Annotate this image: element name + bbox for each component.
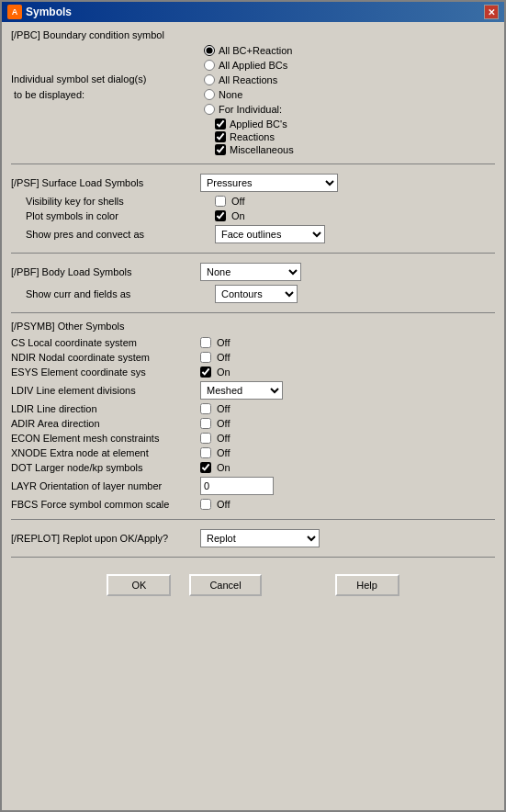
psf-section-title: [/PSF] Surface Load Symbols <box>11 177 195 188</box>
radio-for-individual: For Individual: <box>204 103 495 116</box>
psymb-xnode-value: Off <box>217 447 230 458</box>
psymb-fbcs-row: FBCS Force symbol common scale Off <box>11 497 495 512</box>
radio-for-individual-input[interactable] <box>204 104 215 115</box>
cb-miscellaneous[interactable] <box>215 144 226 155</box>
radio-all-reactions-input[interactable] <box>204 74 215 85</box>
psymb-section-title: [/PSYMB] Other Symbols <box>11 321 495 332</box>
cb-applied-bcs-label: Applied BC's <box>230 118 287 130</box>
radio-all-bc-reaction-input[interactable] <box>204 45 215 56</box>
psymb-ldiv-label: LDIV Line element divisions <box>11 385 195 396</box>
psymb-ldir-row: LDIR Line direction Off <box>11 401 495 416</box>
psymb-xnode-label: XNODE Extra node at element <box>11 447 195 458</box>
pbc-section: [/PBC] Boundary condition symbol Individ… <box>11 29 495 156</box>
psymb-esys-value: On <box>217 367 231 378</box>
psymb-esys-row: ESYS Element coordinate sys On <box>11 365 495 379</box>
psf-show-pres-dropdown[interactable]: Face outlines Arrows None <box>215 225 325 243</box>
psymb-cs-checkbox[interactable] <box>200 337 211 348</box>
radio-none: None <box>204 88 495 101</box>
psymb-dot-checkbox[interactable] <box>200 462 211 473</box>
replot-title-row: [/REPLOT] Replot upon OK/Apply? Replot D… <box>11 527 495 549</box>
psymb-cs-row: CS Local coordinate system Off <box>11 335 495 350</box>
pbf-section: [/PBF] Body Load Symbols None Arrows Sho… <box>11 261 495 305</box>
close-button[interactable]: ✕ <box>484 5 499 19</box>
replot-section: [/REPLOT] Replot upon OK/Apply? Replot D… <box>11 527 495 549</box>
radio-all-reactions: All Reactions <box>204 73 495 86</box>
psymb-section: [/PSYMB] Other Symbols CS Local coordina… <box>11 321 495 512</box>
replot-dropdown[interactable]: Replot Do not replot <box>200 529 320 547</box>
psymb-cs-value: Off <box>217 337 230 348</box>
psymb-econ-row: ECON Element mesh constraints Off <box>11 431 495 445</box>
replot-section-title: [/REPLOT] Replot upon OK/Apply? <box>11 533 195 544</box>
psymb-xnode-checkbox[interactable] <box>200 447 211 458</box>
psymb-adir-label: ADIR Area direction <box>11 418 195 429</box>
ok-button[interactable]: OK <box>107 574 171 596</box>
pbf-show-curr-label: Show curr and fields as <box>26 288 209 299</box>
window-title: Symbols <box>26 6 72 18</box>
psymb-layr-input[interactable] <box>200 477 274 495</box>
pbf-dropdown[interactable]: None Arrows <box>200 263 301 281</box>
pbf-show-curr-dropdown[interactable]: Contours Arrows <box>215 285 298 303</box>
psymb-layr-label: LAYR Orientation of layer number <box>11 480 195 491</box>
cb-applied-bcs-row: Applied BC's <box>215 118 495 130</box>
psymb-dot-label: DOT Larger node/kp symbols <box>11 462 195 473</box>
help-button[interactable]: Help <box>335 574 399 596</box>
psymb-fbcs-label: FBCS Force symbol common scale <box>11 499 195 510</box>
psymb-adir-row: ADIR Area direction Off <box>11 416 495 431</box>
pbf-show-curr-row: Show curr and fields as Contours Arrows <box>11 283 495 305</box>
psymb-ndir-checkbox[interactable] <box>200 352 211 363</box>
psymb-adir-checkbox[interactable] <box>200 418 211 429</box>
radio-all-applied-bcs-input[interactable] <box>204 60 215 71</box>
individual-label: Individual symbol set dialog(s) to be di… <box>11 72 195 102</box>
psymb-econ-checkbox[interactable] <box>200 433 211 444</box>
cb-miscellaneous-row: Miscellaneous <box>215 143 495 156</box>
pbf-title-row: [/PBF] Body Load Symbols None Arrows <box>11 261 495 283</box>
pbc-right-options: All BC+Reaction All Applied BCs All Reac… <box>204 44 495 156</box>
psf-visibility-value: Off <box>231 196 244 207</box>
psf-title-row: [/PSF] Surface Load Symbols Pressures No… <box>11 172 495 194</box>
pbf-section-title: [/PBF] Body Load Symbols <box>11 266 195 277</box>
psf-visibility-checkbox[interactable] <box>215 196 226 207</box>
psymb-ndir-value: Off <box>217 352 230 363</box>
cb-reactions-row: Reactions <box>215 130 495 143</box>
cb-reactions[interactable] <box>215 131 226 142</box>
psf-plot-row: Plot symbols in color On <box>11 209 495 223</box>
psymb-fbcs-value: Off <box>217 499 230 510</box>
individual-checkboxes: Applied BC's Reactions Miscellaneous <box>204 118 495 156</box>
cb-reactions-label: Reactions <box>230 131 275 142</box>
psymb-econ-value: Off <box>217 433 230 444</box>
psymb-dot-value: On <box>217 462 231 473</box>
psymb-ldir-label: LDIR Line direction <box>11 403 195 414</box>
psymb-ndir-label: NDIR Nodal coordinate system <box>11 352 195 363</box>
psf-visibility-row: Visibility key for shells Off <box>11 194 495 209</box>
psymb-layr-row: LAYR Orientation of layer number <box>11 475 495 497</box>
app-icon: A <box>7 5 22 19</box>
psf-show-pres-row: Show pres and convect as Face outlines A… <box>11 223 495 245</box>
psf-plot-label: Plot symbols in color <box>26 210 209 221</box>
cb-miscellaneous-label: Miscellaneous <box>230 144 294 155</box>
psymb-esys-checkbox[interactable] <box>200 367 211 378</box>
radio-none-label: None <box>219 89 242 100</box>
symbols-window: A Symbols ✕ [/PBC] Boundary condition sy… <box>0 0 506 812</box>
psymb-fbcs-checkbox[interactable] <box>200 499 211 510</box>
radio-none-input[interactable] <box>204 89 215 100</box>
psymb-econ-label: ECON Element mesh constraints <box>11 433 195 444</box>
psymb-ldir-checkbox[interactable] <box>200 403 211 414</box>
psymb-ldiv-dropdown[interactable]: Meshed None Undeformed <box>200 381 283 400</box>
radio-all-applied-bcs-label: All Applied BCs <box>219 60 287 71</box>
cb-applied-bcs[interactable] <box>215 118 226 130</box>
radio-all-applied-bcs: All Applied BCs <box>204 59 495 72</box>
psf-dropdown[interactable]: Pressures None <box>200 174 338 192</box>
title-bar: A Symbols ✕ <box>2 2 504 22</box>
psf-section: [/PSF] Surface Load Symbols Pressures No… <box>11 172 495 245</box>
radio-all-bc-reaction: All BC+Reaction <box>204 44 495 57</box>
radio-all-bc-reaction-label: All BC+Reaction <box>219 45 292 56</box>
buttons-row: OK Cancel Help <box>11 565 495 605</box>
cancel-button[interactable]: Cancel <box>189 574 261 596</box>
psymb-adir-value: Off <box>217 418 230 429</box>
psymb-ldir-value: Off <box>217 403 230 414</box>
pbc-left-labels: Individual symbol set dialog(s) to be di… <box>11 44 195 156</box>
psymb-ndir-row: NDIR Nodal coordinate system Off <box>11 350 495 365</box>
psf-plot-value: On <box>231 210 245 221</box>
radio-all-reactions-label: All Reactions <box>219 74 277 85</box>
psf-plot-checkbox[interactable] <box>215 210 226 221</box>
